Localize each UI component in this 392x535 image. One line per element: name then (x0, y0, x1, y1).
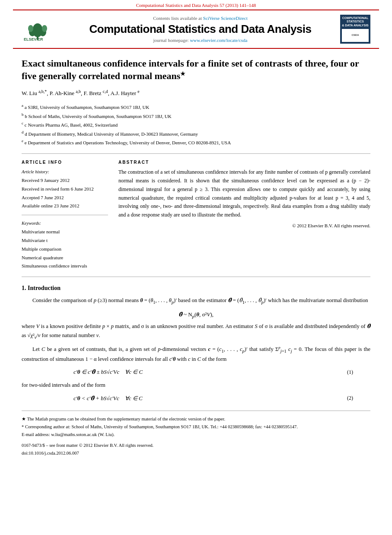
footnote-star: ★ The Matlab programs can be obtained fr… (22, 415, 370, 423)
journal-badge: COMPUTATIONAL STATISTICS & DATA ANALYSIS… (340, 15, 370, 44)
journal-reference: Computational Statistics and Data Analys… (0, 0, 392, 10)
footnote-email: E-mail address: w.liu@maths.soton.ac.uk … (22, 431, 370, 439)
section1-para2: where V is a known positive definite p ×… (22, 322, 370, 341)
section1-para1: Consider the comparison of p (≥3) normal… (22, 296, 370, 306)
journal-header: ELSEVIER Contents lists available at Sci… (13, 10, 379, 49)
homepage-url[interactable]: www.elsevier.com/locate/csda (190, 38, 247, 43)
affiliations: a a S3RI, University of Southampton, Sou… (22, 102, 370, 146)
section1-para3: Let C be a given set of contrasts, that … (22, 344, 370, 363)
journal-center: Contents lists available at SciVerse Sci… (67, 16, 334, 43)
eq1-label: for two-sided intervals and of the form (22, 381, 370, 390)
main-content: Exact simultaneous confidence intervals … (0, 49, 392, 466)
footnotes: ★ The Matlab programs can be obtained fr… (22, 411, 370, 457)
paper-title: Exact simultaneous confidence intervals … (22, 57, 370, 82)
article-info-label: ARTICLE INFO (22, 160, 108, 165)
footnote-doi: doi:10.1016/j.csda.2012.06.007 (22, 449, 370, 457)
abstract-section: ABSTRACT The construction of a set of si… (118, 160, 370, 271)
article-info: ARTICLE INFO Article history: Received 9… (22, 160, 108, 271)
keywords: Keywords: Multivariate normal Multivaria… (22, 220, 108, 271)
divider (22, 153, 370, 154)
abstract-label: ABSTRACT (118, 160, 370, 165)
homepage-line: journal homepage: www.elsevier.com/locat… (67, 38, 334, 43)
distribution-line: θ̂ ~ Np(θ, σ²V), (22, 311, 370, 319)
svg-point-6 (42, 25, 47, 32)
copyright: © 2012 Elsevier B.V. All rights reserved… (118, 223, 370, 228)
abstract-text: The construction of a set of simultaneou… (118, 168, 370, 220)
svg-text:ELSEVIER: ELSEVIER (24, 37, 43, 41)
article-history: Article history: Received 9 January 2012… (22, 168, 108, 215)
footnote-corr: * Corresponding author at: School of Mat… (22, 423, 370, 431)
equation1: c′θ ∈ c′θ̂ ± bS√c′Vc ∀c ∈ C (1) (22, 369, 370, 376)
footnote-issn: 0167-9473/$ – see front matter © 2012 El… (22, 442, 370, 449)
sciverse-link[interactable]: SciVerse ScienceDirect (203, 16, 248, 21)
journal-title: Computational Statistics and Data Analys… (67, 22, 334, 36)
svg-point-5 (28, 25, 33, 32)
contents-line: Contents lists available at SciVerse Sci… (67, 16, 334, 21)
article-abstract-section: ARTICLE INFO Article history: Received 9… (22, 160, 370, 271)
authors: W. Liu a,b,*, P. Ah-Kine a,b, F. Bretz c… (22, 88, 370, 98)
section1-heading: 1. Introduction (22, 285, 370, 292)
elsevier-logo: ELSEVIER (22, 16, 61, 43)
equation2: c′θ < c′θ̂ + bS√c′Vc ∀c ∈ C (2) (22, 395, 370, 402)
divider-2 (22, 277, 370, 277)
